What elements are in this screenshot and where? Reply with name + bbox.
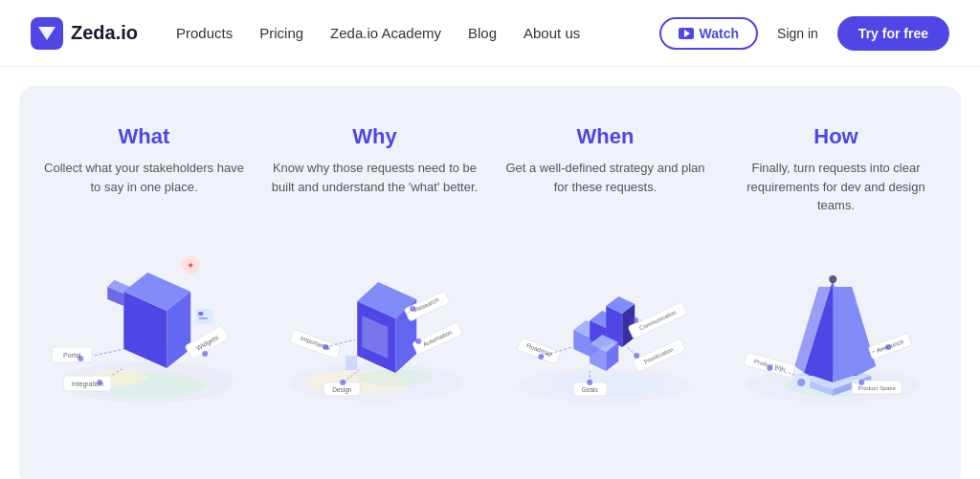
what-diagram: Portal Widgets Integration ✦ <box>38 234 257 425</box>
svg-point-98 <box>829 275 836 283</box>
brand-name: Zeda.io <box>71 22 138 44</box>
logo[interactable]: Zeda.io <box>31 17 138 50</box>
svg-point-25 <box>202 351 208 357</box>
columns: What Collect what your stakeholders have… <box>38 124 942 215</box>
svg-text:Goals: Goals <box>582 386 599 393</box>
svg-text:Design: Design <box>332 386 352 394</box>
nav-blog[interactable]: Blog <box>468 25 497 41</box>
svg-point-23 <box>78 356 83 361</box>
why-diagram-svg: Research Automation Importance Design <box>267 234 486 425</box>
svg-point-91 <box>797 379 805 386</box>
try-button[interactable]: Try for free <box>837 16 949 51</box>
svg-point-51 <box>551 374 666 397</box>
when-diagram-svg: Roadmap Communication Prioritization Goa… <box>495 234 714 425</box>
svg-point-46 <box>323 344 328 350</box>
watch-label: Watch <box>700 26 739 41</box>
nav-links: Products Pricing Zeda.io Academy Blog Ab… <box>176 25 659 41</box>
watch-button[interactable]: Watch <box>659 17 758 50</box>
what-title: What <box>38 124 250 149</box>
what-desc: Collect what your stakeholders have to s… <box>38 159 250 196</box>
why-title: Why <box>269 124 480 149</box>
why-desc: Know why those requests need to be built… <box>269 159 480 196</box>
svg-point-79 <box>587 380 592 385</box>
logo-icon <box>31 17 63 50</box>
what-column: What Collect what your stakeholders have… <box>38 124 250 215</box>
svg-point-104 <box>858 380 864 385</box>
why-diagram: Research Automation Importance Design <box>267 234 486 425</box>
how-title: How <box>730 124 942 149</box>
svg-point-49 <box>340 380 345 385</box>
nav-academy[interactable]: Zeda.io Academy <box>330 25 441 41</box>
svg-rect-21 <box>198 312 203 316</box>
svg-point-48 <box>415 338 421 344</box>
nav-right: Watch Sign in Try for free <box>659 16 949 51</box>
svg-rect-22 <box>198 317 208 319</box>
what-diagram-svg: Portal Widgets Integration ✦ <box>38 234 257 425</box>
main-section: What Collect what your stakeholders have… <box>19 86 961 479</box>
why-column: Why Know why those requests need to be b… <box>269 124 480 215</box>
svg-point-78 <box>634 353 639 359</box>
svg-point-77 <box>633 317 638 323</box>
video-icon <box>679 28 694 39</box>
nav-pricing[interactable]: Pricing <box>259 25 303 41</box>
when-column: When Get a well-defined strategy and pla… <box>500 124 711 215</box>
how-diagram-svg: Product Wiki Announce Product Space <box>724 234 943 425</box>
svg-rect-20 <box>195 309 212 324</box>
when-title: When <box>500 124 711 149</box>
svg-point-76 <box>538 354 544 359</box>
nav-about[interactable]: About us <box>523 25 580 41</box>
svg-point-103 <box>885 344 891 350</box>
nav-products[interactable]: Products <box>176 25 233 41</box>
svg-point-47 <box>410 306 415 312</box>
when-diagram: Roadmap Communication Prioritization Goa… <box>495 234 714 425</box>
svg-marker-32 <box>345 356 357 370</box>
how-diagram: Product Wiki Announce Product Space <box>724 234 943 425</box>
svg-point-24 <box>97 380 102 385</box>
svg-point-102 <box>767 365 772 371</box>
diagrams: Portal Widgets Integration ✦ <box>38 234 942 425</box>
how-column: How Finally, turn requests into clear re… <box>730 124 942 215</box>
when-desc: Get a well-defined strategy and plan for… <box>500 159 711 196</box>
svg-text:✦: ✦ <box>187 260 194 271</box>
how-desc: Finally, turn requests into clear requir… <box>730 159 942 215</box>
navbar: Zeda.io Products Pricing Zeda.io Academy… <box>0 0 980 67</box>
signin-button[interactable]: Sign in <box>777 26 818 41</box>
svg-text:Product Space: Product Space <box>858 385 896 391</box>
